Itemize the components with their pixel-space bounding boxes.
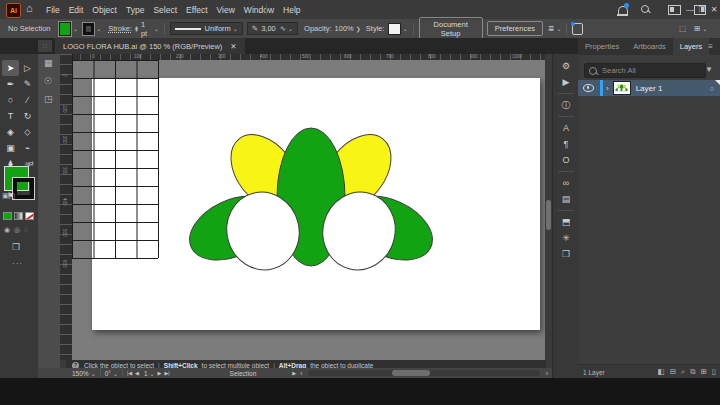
style-chevron-icon[interactable]: ⌄ <box>403 25 408 32</box>
shape-tool[interactable]: ○ <box>2 92 19 108</box>
opacity-value[interactable]: 100% <box>335 24 354 33</box>
layers-footer-icon[interactable]: ⊞ <box>701 367 707 377</box>
layer-thumbnail[interactable] <box>613 81 631 95</box>
illustrator-app-icon[interactable]: Ai <box>6 3 21 18</box>
menu-item[interactable]: Help <box>283 5 300 15</box>
rotate-view-icon[interactable]: ☉ <box>44 76 52 86</box>
artboard-chevron-icon[interactable]: ⌄ <box>150 370 155 377</box>
menu-item[interactable]: File <box>46 5 60 15</box>
scroll-right-arrow[interactable]: › <box>546 370 548 377</box>
prev-artboard-icon[interactable]: ◀ <box>135 370 139 376</box>
rotation-chevron-icon[interactable]: ⌄ <box>113 370 118 377</box>
menu-item[interactable]: Select <box>153 5 177 15</box>
units-chevron-icon[interactable]: ⌄ <box>556 25 561 32</box>
preferences-button[interactable]: Preferences <box>487 21 543 36</box>
menu-item[interactable]: Object <box>92 5 117 15</box>
opacity-chevron-icon[interactable]: ❯ <box>356 25 361 32</box>
grid-widget-icon[interactable]: ▦ <box>44 58 53 68</box>
stroke-weight-chevron-icon[interactable]: ⌄ <box>154 25 159 32</box>
gradient-tool[interactable]: ▣ <box>2 140 19 156</box>
page-widget-icon[interactable]: ◳ <box>44 94 53 104</box>
horizontal-scroll-thumb[interactable] <box>392 370 430 376</box>
arrange-icon[interactable]: ⊞ <box>694 24 700 33</box>
panel-icon[interactable]: ⓘ <box>562 97 571 113</box>
layer-row[interactable]: › Layer 1 ○ <box>578 80 720 96</box>
knife-tool[interactable]: ⌁ <box>19 140 36 156</box>
fill-chevron-icon[interactable]: ⌄ <box>73 25 78 32</box>
workspace-switcher-icon[interactable] <box>668 5 681 15</box>
panel-icon[interactable]: ¶ <box>564 136 569 152</box>
panel-icon[interactable]: O <box>562 152 569 168</box>
last-artboard-icon[interactable]: ▶| <box>164 370 169 376</box>
panel-tab[interactable]: Artboards <box>626 38 673 55</box>
stroke-label[interactable]: Stroke: <box>108 24 132 33</box>
scale-tool[interactable]: ⬦ <box>19 124 36 140</box>
layers-footer-icon[interactable]: ⧉ <box>690 367 695 377</box>
panel-icon[interactable]: ✳ <box>562 230 570 246</box>
line-tool[interactable]: ∕ <box>19 92 36 108</box>
stroke-color-swatch[interactable] <box>83 23 94 35</box>
panel-tab[interactable]: Properties <box>578 38 626 55</box>
panel-icon[interactable]: ▤ <box>562 191 571 207</box>
panel-icon[interactable]: A <box>563 120 569 136</box>
shaper-tool[interactable]: ◈ <box>2 124 19 140</box>
panel-icon[interactable]: ❐ <box>562 246 570 262</box>
layer-target-icon[interactable]: ○ <box>710 85 714 92</box>
menu-item[interactable]: Window <box>244 5 274 15</box>
edit-toolbar-icon[interactable]: ··· <box>12 259 23 268</box>
width-profile-dropdown[interactable]: Uniform⌄ <box>170 22 243 35</box>
panel-menu-icon[interactable]: ≡ <box>708 38 718 55</box>
first-artboard-icon[interactable]: |◀ <box>127 370 132 376</box>
layers-search-field[interactable]: Search All <box>584 63 706 78</box>
units-icon[interactable]: ≣ <box>548 24 554 33</box>
zoom-chevron-icon[interactable]: ⌄ <box>91 370 96 377</box>
default-fill-stroke-icon[interactable]: ▣▢ <box>2 192 15 200</box>
panel-icon[interactable]: ▶ <box>563 74 570 90</box>
artboard-number[interactable]: 1 <box>144 370 148 377</box>
direct-selection-tool[interactable]: ▷ <box>19 60 36 76</box>
touch-workspace-icon[interactable] <box>572 23 583 35</box>
none-button[interactable] <box>25 212 34 220</box>
opacity-label[interactable]: Opacity: <box>304 24 332 33</box>
minimize-button[interactable]: — <box>684 0 696 19</box>
pen-tool[interactable]: ✒ <box>2 76 19 92</box>
tab-close-icon[interactable]: ✕ <box>230 42 236 51</box>
type-tool[interactable]: T <box>2 108 19 124</box>
restore-button[interactable]: ❐ <box>696 0 708 19</box>
screen-mode-icon[interactable]: ❐ <box>12 242 20 252</box>
search-icon[interactable] <box>641 5 649 13</box>
color-button[interactable] <box>3 212 12 220</box>
stroke-stepper[interactable]: ▲▼ <box>134 26 139 32</box>
vertical-scroll-thumb[interactable] <box>546 200 551 230</box>
flora-logo-artwork[interactable] <box>160 110 480 290</box>
stroke-weight-value[interactable]: 1 pt <box>141 20 152 38</box>
panel-icon[interactable]: ∞ <box>563 175 569 191</box>
curvature-tool[interactable]: ✎ <box>19 76 36 92</box>
layers-footer-icon[interactable]: ⌕ <box>681 367 685 377</box>
menu-item[interactable]: View <box>217 5 235 15</box>
status-play-icon[interactable]: ▶ <box>292 370 296 376</box>
panel-tab[interactable]: Layers <box>673 38 710 55</box>
gradient-button[interactable] <box>14 212 23 220</box>
filter-funnel-icon[interactable]: ▼ <box>705 65 713 74</box>
layers-footer-icon[interactable]: ⊟ <box>670 367 676 377</box>
canvas[interactable] <box>72 60 545 368</box>
swap-fill-stroke-icon[interactable]: ⇄ <box>28 160 34 168</box>
drawing-mode-icons[interactable]: ◉ ◎ ◌ <box>4 226 29 234</box>
style-swatch[interactable] <box>388 23 401 35</box>
menu-item[interactable]: Edit <box>69 5 84 15</box>
grid-table-artwork[interactable] <box>72 60 162 260</box>
zoom-level[interactable]: 150% <box>72 370 89 377</box>
close-button[interactable]: ✕ <box>708 0 720 19</box>
layer-name[interactable]: Layer 1 <box>636 84 663 93</box>
home-icon[interactable]: ⌂ <box>26 2 33 14</box>
brush-definition-dropdown[interactable]: ✎3,00∿⌄ <box>247 22 298 35</box>
horizontal-scrollbar[interactable] <box>308 370 539 376</box>
layers-footer-icon[interactable]: ▯ <box>712 367 716 377</box>
rotation-value[interactable]: 0° <box>105 370 111 377</box>
menu-item[interactable]: Effect <box>186 5 208 15</box>
panel-icon[interactable]: ⚙ <box>562 58 570 74</box>
scroll-left-arrow[interactable]: ‹ <box>300 370 302 377</box>
document-setup-button[interactable]: Document Setup <box>419 17 483 41</box>
next-artboard-icon[interactable]: ▶ <box>158 370 162 376</box>
